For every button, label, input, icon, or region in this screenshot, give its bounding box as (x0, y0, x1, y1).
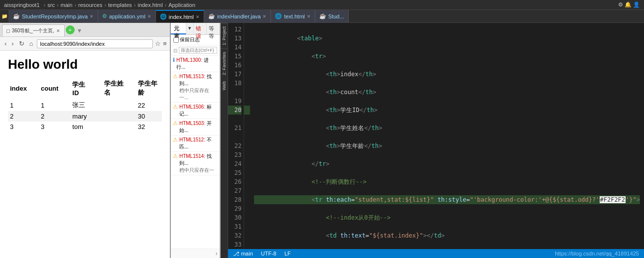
browser-tabs-bar: □ 360导航_一个主页, ✕ + ▾ (0, 23, 170, 37)
td-id-3: tom (70, 122, 102, 132)
log-entry-5: ⚠ HTML1512: 不匹... (171, 135, 220, 152)
keep-log-checkbox[interactable] (173, 37, 179, 43)
code-line-14: <th>index</th> (254, 70, 640, 79)
bc-templates: templates (106, 2, 134, 8)
web-side-label[interactable]: Web (221, 78, 228, 93)
code-line-18: <th>学生年龄</th> (254, 141, 640, 150)
td-id-1: 张三 (70, 99, 102, 111)
browser-panel: □ 360导航_一个主页, ✕ + ▾ ‹ › ↻ ⌂ ☆ ≡ Hello wo… (0, 23, 171, 258)
refresh-button[interactable]: ↻ (17, 39, 26, 48)
devtools-tabs: 元素 ▾ 错误 等等 (171, 23, 220, 35)
bc-indexhtml: index.html (135, 2, 164, 8)
log-text-1: HTML1300: 进行... (176, 57, 218, 71)
td-count-3: 3 (39, 122, 70, 132)
close-icon-yml[interactable]: ✕ (147, 14, 151, 19)
log-text-4: HTML1503: 开始... (179, 120, 218, 134)
browser-tab-title: 360导航_一个主页, (12, 27, 54, 34)
dt-tab-errors[interactable]: 错误 (194, 23, 207, 34)
tab-text-html[interactable]: 🌐 text.html ✕ (271, 10, 315, 22)
dt-tab-elements[interactable]: 元素 (171, 23, 186, 34)
code-line-21-comment: <!--index从0开始--> (254, 213, 640, 222)
code-line-17: <th>学生姓名</th> (254, 124, 640, 132)
tab-index-handler[interactable]: ☕ indexHandler.java ✕ (204, 10, 271, 22)
status-bar: ⎇ main UTF-8 LF https://blog.csdn.net/qq… (228, 249, 644, 258)
favorites-side-label[interactable]: 2: Favorites (221, 48, 228, 78)
close-icon-text[interactable]: ✕ (307, 14, 311, 19)
info-icon: ℹ (173, 57, 175, 63)
tab-label-text: text.html (284, 13, 305, 19)
bc-application: Application (166, 2, 197, 8)
code-line-12: <table> (254, 34, 640, 43)
devtools-panel: 元素 ▾ 错误 等等 保留日志 ⊡ ℹ HTML (171, 23, 221, 258)
warn-icon-2: ⚠ (173, 73, 178, 80)
keep-log-checkbox-label[interactable]: 保留日志 (173, 36, 200, 43)
td-count-1: 1 (39, 99, 70, 111)
expand-arrow-icon[interactable]: › (216, 250, 218, 257)
bookmark-button[interactable]: ☆ (155, 40, 161, 47)
warn-icon-3: ⚠ (173, 104, 178, 110)
td-name-3 (102, 122, 136, 132)
tab-dropdown-btn[interactable]: ▾ (76, 26, 83, 34)
log-list: ℹ HTML1300: 进行... ⚠ HTML1513: 找到...档中只应存… (171, 56, 220, 249)
code-line-19-tr: </tr> (254, 159, 640, 168)
student-table: index count 学生ID 学生姓名 学生年龄 1 1 张三 (8, 78, 162, 132)
td-index-3: 3 (8, 122, 39, 132)
table-row: 2 2 mary 30 (8, 111, 162, 122)
side-panel-labels: 1: Project 2: Favorites Web (221, 23, 228, 258)
log-text-2: HTML1513: 找到...档中只应存在一... (179, 73, 218, 101)
tab-stud[interactable]: ☕ Stud... (315, 10, 349, 22)
java-icon-handler: ☕ (208, 13, 215, 19)
browser-tab-icon: □ (6, 28, 10, 34)
close-icon[interactable]: ✕ (90, 14, 94, 19)
dt-tab-other[interactable]: 等等 (207, 23, 220, 34)
top-right-icons: ⚙ 🔔 👤 (618, 1, 644, 8)
code-line-15: <th>count</th> (254, 88, 640, 97)
filter-input[interactable] (179, 47, 217, 54)
html-icon: 🌐 (160, 13, 167, 20)
td-age-1: 22 (136, 99, 162, 111)
td-id-2: mary (70, 111, 102, 122)
close-icon-handler[interactable]: ✕ (262, 14, 266, 19)
code-line-16: <th>学生ID</th> (254, 106, 640, 115)
line-numbers: 12 13 14 15 16 17 18 19 20 21 22 23 24 (228, 23, 244, 249)
td-name-1 (102, 99, 136, 111)
td-name-2 (102, 111, 136, 122)
new-tab-btn[interactable]: + (66, 25, 75, 34)
log-text-6: HTML1514: 找到...档中只应存在一 (179, 153, 218, 174)
tab-application-yml[interactable]: ⚙ application.yml ✕ (98, 10, 156, 22)
log-entry-4: ⚠ HTML1503: 开始... (171, 119, 220, 135)
fold-indicators (244, 23, 250, 249)
devtools-toolbar: 保留日志 (171, 35, 220, 45)
code-content: <table> <tr> <th>index</th> <th>count</t… (250, 23, 644, 249)
home-button[interactable]: ⌂ (28, 39, 35, 48)
forward-button[interactable]: › (10, 39, 15, 48)
tab-student-repo[interactable]: ☕ StudentRepositoryImp.java ✕ (9, 10, 98, 22)
filter-bar: ⊡ (171, 45, 220, 56)
warn-icon-4: ⚠ (173, 120, 178, 127)
dt-tab-dropdown[interactable]: ▾ (186, 23, 194, 34)
tab-label-handler: indexHandler.java (217, 13, 260, 19)
browser-tab-close[interactable]: ✕ (56, 28, 60, 33)
warn-icon-5: ⚠ (173, 136, 178, 143)
back-button[interactable]: ‹ (3, 39, 8, 48)
git-branch: ⎇ main (233, 251, 253, 257)
td-index-1: 1 (8, 99, 39, 111)
close-icon-index[interactable]: ✕ (196, 14, 200, 19)
expand-panel[interactable]: › (171, 249, 220, 258)
keep-log-label: 保留日志 (180, 36, 200, 43)
th-index: index (8, 78, 39, 99)
log-text-3: HTML1506: 标记... (179, 104, 218, 118)
bc-src: src (45, 2, 57, 8)
address-bar[interactable] (37, 39, 153, 48)
tab-index-html[interactable]: 🌐 index.html ✕ (156, 10, 204, 22)
menu-button[interactable]: ≡ (163, 40, 167, 47)
warn-icon-6: ⚠ (173, 153, 178, 159)
code-editor: 12 13 14 15 16 17 18 19 20 21 22 23 24 (228, 23, 644, 258)
code-line-13: <tr> (254, 52, 640, 61)
th-student-name: 学生姓名 (102, 78, 136, 99)
project-sidebar-toggle[interactable]: 📁 (0, 10, 9, 22)
project-side-label[interactable]: 1: Project (221, 23, 228, 48)
project-name: aisspringboot1 (0, 2, 44, 8)
encoding: UTF-8 (261, 251, 276, 257)
csdn-url[interactable]: https://blog.csdn.net/qq_41891425 (555, 251, 639, 257)
